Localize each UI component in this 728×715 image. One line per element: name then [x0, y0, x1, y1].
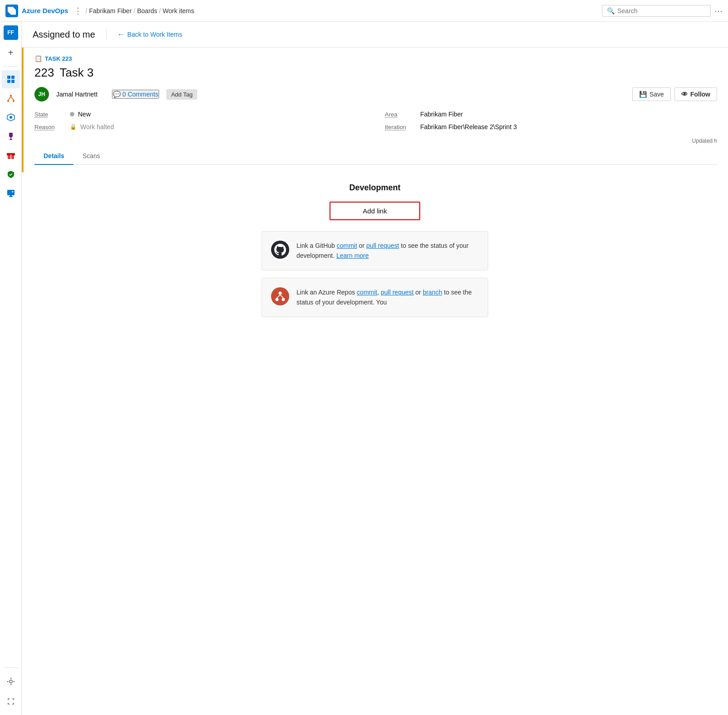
expand-icon — [6, 697, 15, 706]
azure-repos-card-text: Link an Azure Repos commit, pull request… — [296, 287, 479, 308]
back-arrow-icon: ← — [117, 30, 125, 39]
iteration-field-row: Iteration Fabrikam Fiber\Release 2\Sprin… — [385, 123, 717, 130]
updated-row: Updated h — [34, 138, 717, 144]
sidebar-bottom — [2, 664, 20, 715]
tab-content-details: Development Add link Link a GitHub commi… — [22, 172, 728, 335]
iteration-value[interactable]: Fabrikam Fiber\Release 2\Sprint 3 — [420, 123, 517, 130]
back-to-work-items-button[interactable]: ← Back to Work Items — [117, 30, 182, 39]
nav-sep-3: / — [159, 7, 161, 14]
sidebar-item-artifacts[interactable] — [2, 146, 20, 164]
task-tag-label[interactable]: TASK 223 — [45, 55, 72, 62]
task-tag-icon: 📋 — [34, 55, 42, 62]
settings-icon — [6, 677, 15, 686]
sidebar-item-add[interactable]: + — [2, 43, 20, 62]
azure-branch-link[interactable]: branch — [423, 289, 442, 296]
svg-point-19 — [271, 241, 289, 259]
github-commit-link[interactable]: commit — [337, 242, 357, 249]
search-input[interactable] — [617, 7, 706, 14]
testplans-icon — [6, 132, 15, 141]
nav-crumb-boards[interactable]: Boards — [137, 7, 157, 14]
tabs-row: Details Scans — [34, 148, 717, 165]
sidebar-item-expand[interactable] — [2, 692, 20, 710]
nav-sep-1: / — [86, 7, 87, 14]
task-tag-row: 📋 TASK 223 — [34, 55, 717, 62]
user-avatar[interactable]: FF — [4, 25, 18, 40]
svg-rect-3 — [11, 80, 15, 83]
boards-icon — [6, 75, 15, 84]
svg-rect-0 — [7, 76, 10, 79]
task-number: 223 — [34, 66, 54, 80]
nav-overflow-icon[interactable]: ⋯ — [714, 6, 723, 16]
updated-text: Updated h — [692, 138, 717, 144]
svg-point-6 — [13, 100, 15, 102]
fields-grid: State New Area Fabrikam Fiber Reason 🔒 W… — [34, 111, 717, 130]
comments-button[interactable]: 💬 0 Comments — [112, 90, 159, 99]
add-link-button[interactable]: Add link — [330, 202, 420, 220]
tab-scans[interactable]: Scans — [73, 148, 109, 165]
azure-pr-link[interactable]: pull request — [381, 289, 413, 296]
nav-more-icon[interactable]: ⋮ — [74, 6, 82, 16]
sidebar-divider-2 — [4, 667, 18, 668]
task-name[interactable]: Task 3 — [59, 66, 93, 80]
svg-point-20 — [279, 291, 282, 295]
azure-repos-icon — [271, 287, 289, 305]
app-name: Azure DevOps — [22, 7, 68, 14]
azure-commit-link[interactable]: commit — [357, 289, 377, 296]
development-section: Development Add link Link a GitHub commi… — [262, 183, 488, 317]
svg-line-24 — [280, 295, 283, 298]
sidebar-item-security[interactable] — [2, 165, 20, 184]
reason-label: Reason — [34, 124, 66, 130]
nav-sep-2: / — [134, 7, 136, 14]
search-icon: 🔍 — [607, 7, 615, 14]
state-value[interactable]: New — [78, 111, 91, 118]
header-divider — [106, 29, 107, 40]
page-header: Assigned to me ← Back to Work Items — [22, 22, 728, 48]
follow-button[interactable]: 👁 Follow — [675, 87, 717, 101]
github-pr-link[interactable]: pull request — [366, 242, 399, 249]
sidebar-item-repos[interactable] — [2, 89, 20, 107]
github-learn-more-link[interactable]: Learn more — [336, 252, 369, 259]
sidebar-item-deploy[interactable] — [2, 184, 20, 203]
page-title: Assigned to me — [33, 29, 95, 40]
sidebar-item-settings[interactable] — [2, 672, 20, 691]
back-label: Back to Work Items — [127, 31, 182, 38]
github-icon — [271, 241, 289, 259]
pipelines-icon — [6, 113, 15, 122]
area-label: Area — [385, 111, 417, 118]
tab-details[interactable]: Details — [34, 148, 73, 165]
artifacts-icon — [6, 151, 15, 160]
svg-rect-14 — [7, 190, 15, 195]
area-value[interactable]: Fabrikam Fiber — [420, 111, 463, 118]
content-area: Assigned to me ← Back to Work Items 📋 TA… — [22, 22, 728, 715]
reason-field-row: Reason 🔒 Work halted — [34, 123, 367, 130]
state-dot-icon — [70, 112, 74, 116]
svg-rect-1 — [11, 76, 15, 79]
assignee-row: JH Jamal Hartnett 💬 0 Comments Add Tag 💾… — [34, 87, 717, 101]
work-item: 📋 TASK 223 223 Task 3 JH Jamal Hartnett … — [22, 48, 728, 172]
assignee-avatar: JH — [34, 87, 49, 101]
svg-line-23 — [277, 295, 280, 298]
add-icon: + — [8, 48, 14, 58]
svg-rect-10 — [10, 139, 12, 140]
svg-point-21 — [276, 298, 279, 301]
reason-value[interactable]: Work halted — [80, 123, 114, 130]
comments-icon: 💬 — [113, 91, 121, 98]
search-box[interactable]: 🔍 — [602, 5, 711, 17]
svg-line-7 — [8, 97, 11, 100]
sidebar-item-testplans[interactable] — [2, 127, 20, 145]
save-button[interactable]: 💾 Save — [632, 87, 671, 101]
main-layout: FF + — [0, 22, 728, 715]
sidebar-item-pipelines[interactable] — [2, 108, 20, 126]
nav-crumb-workitems[interactable]: Work items — [163, 7, 194, 14]
svg-rect-16 — [10, 195, 12, 197]
github-dev-card: Link a GitHub commit or pull request to … — [262, 231, 488, 271]
svg-point-18 — [10, 680, 12, 683]
logo-icon — [5, 5, 18, 17]
nav-crumb-fabrikam[interactable]: Fabrikam Fiber — [89, 7, 131, 14]
item-wrapper: 📋 TASK 223 223 Task 3 JH Jamal Hartnett … — [22, 48, 728, 172]
sidebar-item-boards[interactable] — [2, 70, 20, 88]
sidebar-divider-1 — [4, 66, 18, 67]
add-tag-button[interactable]: Add Tag — [166, 89, 197, 100]
state-field-row: State New — [34, 111, 367, 118]
development-title: Development — [262, 183, 488, 193]
